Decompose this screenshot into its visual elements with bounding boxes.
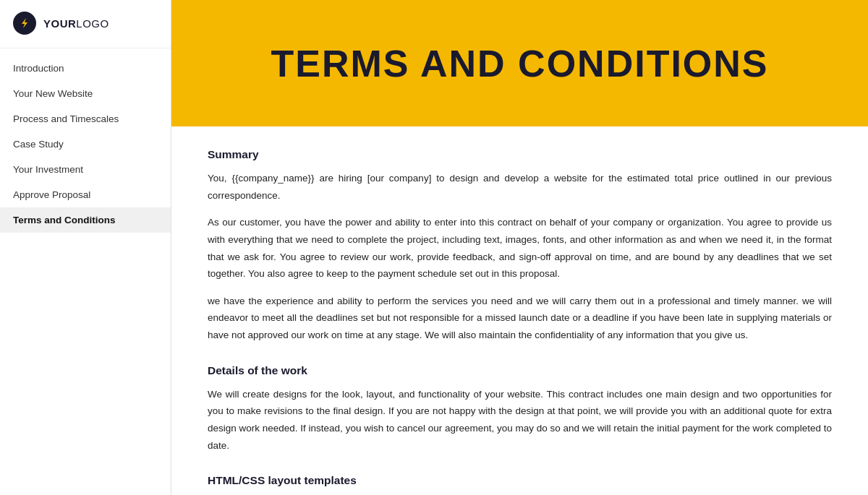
section-0-paragraph-2: we have the experience and ability to pe… [208,293,832,344]
main-content: TERMS AND CONDITIONS SummaryYou, {{compa… [171,0,868,495]
section-0-paragraph-0: You, {{company_name}} are hiring [our co… [208,170,832,204]
hero-banner: TERMS AND CONDITIONS [171,0,868,126]
sidebar-item-approve-proposal[interactable]: Approve Proposal [0,182,171,207]
sidebar-item-terms-and-conditions[interactable]: Terms and Conditions [0,207,171,233]
sidebar: YOURLOGO IntroductionYour New WebsitePro… [0,0,171,495]
section-0-paragraph-1: As our customer, you have the power and … [208,214,832,283]
page-title: TERMS AND CONDITIONS [271,42,768,85]
svg-marker-0 [22,18,27,28]
sidebar-item-your-new-website[interactable]: Your New Website [0,81,171,106]
lightning-bolt-icon [18,17,31,30]
logo-text: YOURLOGO [43,17,109,30]
logo-area: YOURLOGO [0,0,171,48]
sidebar-item-case-study[interactable]: Case Study [0,132,171,157]
logo-icon [13,12,36,35]
sidebar-item-your-investment[interactable]: Your Investment [0,157,171,182]
section-heading-0: Summary [208,148,832,161]
section-1-paragraph-0: We will create designs for the look, lay… [208,386,832,455]
sidebar-item-process-and-timescales[interactable]: Process and Timescales [0,106,171,132]
sidebar-item-introduction[interactable]: Introduction [0,56,171,81]
content-area: SummaryYou, {{company_name}} are hiring … [171,126,868,495]
section-heading-1: Details of the work [208,364,832,377]
section-heading-2: HTML/CSS layout templates [208,474,832,487]
nav-list: IntroductionYour New WebsiteProcess and … [0,48,171,495]
